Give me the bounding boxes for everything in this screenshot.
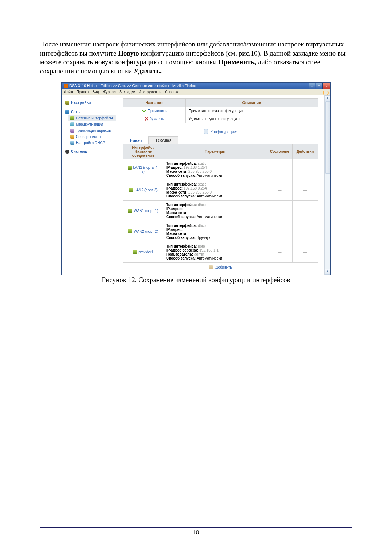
menu-edit[interactable]: Правка xyxy=(77,90,89,94)
main-panel: Название Описание Применить Применить но… xyxy=(118,95,324,275)
nic-icon xyxy=(128,209,132,213)
iface-params: Тип интерфейса: staticIP-адрес: 192.168.… xyxy=(163,180,267,200)
sidebar-system[interactable]: Система xyxy=(65,148,116,155)
iface-params: Тип интерфейса: staticIP-адрес: 192.168.… xyxy=(163,159,267,180)
add-icon xyxy=(209,265,213,269)
throbber-icon xyxy=(323,90,329,96)
nat-icon xyxy=(70,129,74,133)
iface-link[interactable]: LAN1 (порты 4-7) xyxy=(128,166,159,174)
table-row: provider1 Тип интерфейса: pptp IP-адрес … xyxy=(123,242,318,262)
sidebar: Настройки Сеть Сетевые интерфейсы Маршру… xyxy=(62,95,118,275)
iface-params: Тип интерфейса: dhcpIP-адрес: Маска сети… xyxy=(163,221,267,242)
sidebar-item-dhcp[interactable]: Настройка DHCP xyxy=(65,140,116,146)
minimize-button[interactable]: – xyxy=(309,83,315,89)
table-row: LAN2 (порт 3)Тип интерфейса: staticIP-ад… xyxy=(123,180,318,200)
iface-link[interactable]: provider1 xyxy=(133,250,154,254)
maximize-button[interactable]: □ xyxy=(316,83,323,89)
body-text: После изменения настроек физических инте… xyxy=(40,40,352,76)
add-button[interactable]: Добавить xyxy=(209,265,232,269)
sidebar-item-interfaces[interactable]: Сетевые интерфейсы xyxy=(68,115,116,121)
col-actions: Действия xyxy=(293,144,318,159)
sidebar-settings[interactable]: Настройки xyxy=(65,99,116,106)
config-tabs: Новая Текущая xyxy=(123,136,318,144)
iface-link[interactable]: WAN1 (порт 1) xyxy=(128,209,158,213)
configurations-header: Конфигурации: xyxy=(123,129,318,134)
scrollbar[interactable]: ▲ ▼ xyxy=(324,95,330,275)
nic-icon xyxy=(70,116,74,120)
nic-icon xyxy=(128,229,132,233)
col-params: Параметры xyxy=(163,144,267,159)
nic-icon xyxy=(128,166,132,170)
window-title: DSA-3110 Hotspot Edition >> Сеть >> Сете… xyxy=(69,84,196,88)
apply-button[interactable]: Применить xyxy=(142,109,167,113)
dhcp-icon xyxy=(70,141,74,145)
titlebar[interactable]: DSA-3110 Hotspot Edition >> Сеть >> Сете… xyxy=(62,83,330,89)
x-icon xyxy=(145,117,149,121)
sidebar-item-nat[interactable]: Трансляция адресов xyxy=(65,127,116,134)
table-row: LAN1 (порты 4-7)Тип интерфейса: staticIP… xyxy=(123,159,318,180)
menubar[interactable]: Файл Правка Вид Журнал Закладки Инструме… xyxy=(62,89,330,95)
menu-help[interactable]: Справка xyxy=(165,90,179,94)
check-icon xyxy=(142,109,146,113)
scroll-down-button[interactable]: ▼ xyxy=(325,269,330,275)
sidebar-network[interactable]: Сеть xyxy=(65,109,116,115)
network-icon xyxy=(65,110,69,114)
wrench-icon xyxy=(65,101,69,105)
iface-params: Тип интерфейса: pptp IP-адрес сервера: 1… xyxy=(163,242,267,262)
delete-desc: Удалить новую конфигурацию xyxy=(185,115,318,123)
interfaces-table: Интерфейс / Название соединения Параметр… xyxy=(123,144,318,272)
page-number: 18 xyxy=(40,527,352,536)
dns-icon xyxy=(70,135,74,139)
app-icon xyxy=(64,84,68,88)
sidebar-item-dns[interactable]: Серверы имен xyxy=(65,134,116,140)
nic-icon xyxy=(133,250,137,254)
browser-window: DSA-3110 Hotspot Edition >> Сеть >> Сете… xyxy=(61,82,331,275)
routing-icon xyxy=(70,122,74,126)
menu-history[interactable]: Журнал xyxy=(102,90,116,94)
table-row: WAN1 (порт 1)Тип интерфейса: dhcpIP-адре… xyxy=(123,200,318,221)
tab-current[interactable]: Текущая xyxy=(148,136,178,144)
iface-link[interactable]: WAN2 (порт 2) xyxy=(128,229,158,233)
nic-icon xyxy=(129,188,133,192)
table-row: WAN2 (порт 2)Тип интерфейса: dhcpIP-адре… xyxy=(123,221,318,242)
close-button[interactable]: × xyxy=(323,83,330,89)
actions-table: Название Описание Применить Применить но… xyxy=(123,98,318,123)
menu-tools[interactable]: Инструменты xyxy=(139,90,161,94)
system-icon xyxy=(65,150,69,154)
scroll-up-button[interactable]: ▲ xyxy=(325,95,330,101)
menu-bookmarks[interactable]: Закладки xyxy=(119,90,135,94)
apply-desc: Применить новую конфигурацию xyxy=(185,107,318,115)
iface-params: Тип интерфейса: dhcpIP-адрес: Маска сети… xyxy=(163,200,267,221)
col-name: Название xyxy=(123,98,186,107)
delete-button[interactable]: Удалить xyxy=(145,117,164,121)
scroll-thumb[interactable] xyxy=(325,101,330,174)
sidebar-item-routing[interactable]: Маршрутизация xyxy=(65,121,116,127)
iface-link[interactable]: LAN2 (порт 3) xyxy=(129,188,158,192)
menu-view[interactable]: Вид xyxy=(92,90,99,94)
figure-caption: Рисунок 12. Сохранение изменений конфигу… xyxy=(40,276,352,284)
config-icon xyxy=(204,129,208,134)
col-desc: Описание xyxy=(185,98,318,107)
menu-file[interactable]: Файл xyxy=(64,90,73,94)
tab-new[interactable]: Новая xyxy=(123,137,148,144)
col-iface: Интерфейс / Название соединения xyxy=(123,144,163,159)
col-state: Состояние xyxy=(267,144,293,159)
